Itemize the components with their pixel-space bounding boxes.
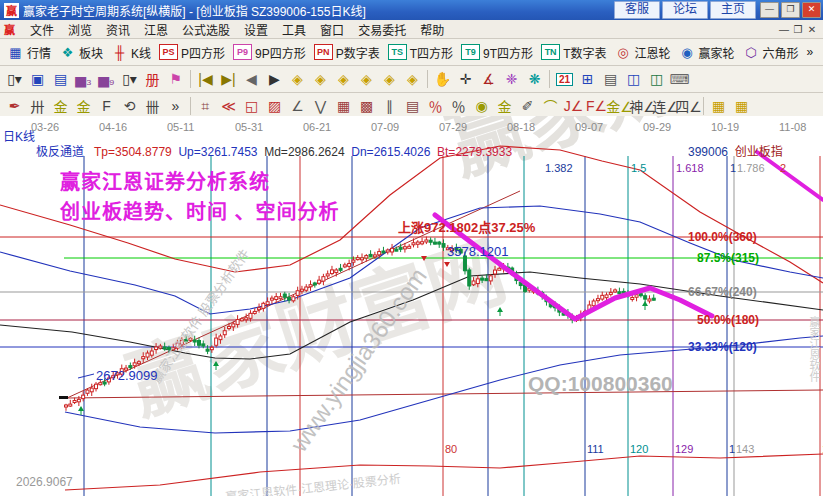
zoom-right-button[interactable]: ◈ xyxy=(309,68,332,90)
gold-angle-button[interactable]: 金∠ xyxy=(608,95,631,117)
t-number-table-button[interactable]: TNT数字表 xyxy=(537,41,610,63)
gold-lines-button[interactable]: 金 xyxy=(493,95,516,117)
menu-item-设置[interactable]: 设置 xyxy=(237,21,275,38)
angle-pick-button[interactable]: ∡ xyxy=(477,68,500,90)
crosshair-tool-button[interactable]: ✛ xyxy=(454,68,477,90)
indicator-name[interactable]: 极反通道 xyxy=(36,145,84,159)
menu-item-资讯[interactable]: 资讯 xyxy=(99,21,137,38)
more-1-button[interactable]: » xyxy=(803,41,818,63)
grid-arrow-button[interactable]: ▩ xyxy=(355,95,378,117)
spiral-grid-button[interactable]: ⟲ xyxy=(118,95,141,117)
grid-gold-2-button[interactable]: ▦ xyxy=(730,95,753,117)
calendar-button[interactable]: 21 xyxy=(553,68,576,90)
customer-service-button[interactable]: 客服 xyxy=(614,1,660,19)
title-bar[interactable]: 赢 赢家老子时空周期系统[纵横版] - [创业板指 SZ399006-155日K… xyxy=(0,0,823,20)
menu-item-文件[interactable]: 文件 xyxy=(23,21,61,38)
menu-item-公式选股[interactable]: 公式选股 xyxy=(175,21,237,38)
kline-chart-area[interactable]: 赢家财富网 赢家财富网 www.yingjia360.com 赢家江恩软件 股票… xyxy=(0,116,823,496)
menu-item-江恩[interactable]: 江恩 xyxy=(137,21,175,38)
square-fan-button[interactable]: ◱ xyxy=(240,95,263,117)
quotes-button[interactable]: ▦行情 xyxy=(3,41,55,63)
menu-item-浏览[interactable]: 浏览 xyxy=(61,21,99,38)
quotes-label: 行情 xyxy=(27,44,51,61)
multi-view-button[interactable]: ▣ xyxy=(26,68,49,90)
bars-3-button[interactable]: ▅₃ xyxy=(72,68,95,90)
pen-tool-button[interactable]: ✒ xyxy=(3,95,26,117)
p-number-table-button[interactable]: PNP数字表 xyxy=(310,41,384,63)
gold-circle-button[interactable]: ◉ xyxy=(470,95,493,117)
lian-angle-button[interactable]: 连∠ xyxy=(654,95,677,117)
grid-gold-1-button[interactable]: ▦ xyxy=(707,95,730,117)
doc-edit-button[interactable]: ▤ xyxy=(599,68,622,90)
j-angle-button[interactable]: J∠ xyxy=(562,95,585,117)
9p-square-button[interactable]: P99P四方形 xyxy=(229,41,310,63)
prev-page-button[interactable]: ◀ xyxy=(240,68,263,90)
more-1-label: » xyxy=(807,45,814,59)
calculator-button[interactable]: ⊞ xyxy=(576,68,599,90)
next-page-button[interactable]: ▶ xyxy=(263,68,286,90)
first-page-button[interactable]: |◀ xyxy=(194,68,217,90)
p-square-button[interactable]: PSP四方形 xyxy=(155,41,229,63)
menu-item-窗口[interactable]: 窗口 xyxy=(313,21,351,38)
region-tool-button[interactable]: ❋ xyxy=(523,68,546,90)
mdi-close-icon[interactable]: ✕ xyxy=(805,24,819,35)
sectors-button[interactable]: ❖板块 xyxy=(55,41,107,63)
shen-angle-button[interactable]: 神∠ xyxy=(631,95,654,117)
gold-grid-b-button[interactable]: 金 xyxy=(72,95,95,117)
bars-9-button[interactable]: ▅₉ xyxy=(95,68,118,90)
tick-grid-button[interactable]: 卌 xyxy=(141,95,164,117)
arc-gold-button[interactable]: ⌒ xyxy=(539,95,562,117)
info-note-button[interactable]: ▤ xyxy=(49,68,72,90)
gann-wheel-button[interactable]: ◎江恩轮 xyxy=(610,41,674,63)
print-button[interactable]: ⌨ xyxy=(668,68,691,90)
gann-fan-button[interactable]: ≪ xyxy=(217,95,240,117)
zoom-h-button[interactable]: ◈ xyxy=(332,68,355,90)
zoom-all-button[interactable]: ◈ xyxy=(378,68,401,90)
mdi-minimize-icon[interactable]: — xyxy=(777,24,791,35)
zoom-move-button[interactable]: ◈ xyxy=(401,68,424,90)
t-square-button[interactable]: TST四方形 xyxy=(384,41,457,63)
kline-style-button[interactable]: ▯▾ xyxy=(3,68,26,90)
last-page-button[interactable]: ▶| xyxy=(217,68,240,90)
percent-slash-button[interactable]: ％ xyxy=(424,95,447,117)
doc-edit-icon: ▤ xyxy=(604,71,617,87)
menu-item-工具[interactable]: 工具 xyxy=(275,21,313,38)
save-button[interactable]: ◫ xyxy=(622,68,645,90)
winner-wheel-button[interactable]: ◉赢家轮 xyxy=(674,41,738,63)
v-lines-button[interactable]: ⋁ xyxy=(309,95,332,117)
menu-item-帮助[interactable]: 帮助 xyxy=(413,21,451,38)
angle-lines-button[interactable]: ∠ xyxy=(286,95,309,117)
radial-square-button[interactable]: ▨ xyxy=(263,95,286,117)
candle-tool-button[interactable]: ▯▾ xyxy=(118,68,141,90)
slant-lines-button[interactable]: ∥ xyxy=(378,95,401,117)
percent-button[interactable]: ％ xyxy=(447,95,470,117)
color-chart-button[interactable]: ⚑ xyxy=(164,68,187,90)
kline-button[interactable]: ╫K线 xyxy=(107,41,155,63)
grid-red-button[interactable]: ▦ xyxy=(332,95,355,117)
gold-grid-a-button[interactable]: 金 xyxy=(49,95,72,117)
hand-tool-button[interactable]: ✋ xyxy=(431,68,454,90)
save-web-button[interactable]: ◫ xyxy=(645,68,668,90)
zoom-center-button[interactable]: ◈ xyxy=(355,68,378,90)
homepage-button[interactable]: 主页 xyxy=(710,1,756,19)
pen-bars-button[interactable]: ✐ xyxy=(516,95,539,117)
f-grid-button[interactable]: F xyxy=(95,95,118,117)
9t-square-button[interactable]: T99T四方形 xyxy=(457,41,537,63)
f-angle-button[interactable]: F∠ xyxy=(585,95,608,117)
minimize-button[interactable]: — xyxy=(760,2,779,18)
grid-arrow-icon: ▩ xyxy=(360,98,373,114)
zoom-left-button[interactable]: ◈ xyxy=(286,68,309,90)
purple-tool-button[interactable]: ❈ xyxy=(500,68,523,90)
restore-button[interactable]: ❐ xyxy=(781,2,800,18)
si-angle-button[interactable]: 四∠ xyxy=(677,95,700,117)
hash-grid-button[interactable]: 卅 xyxy=(26,95,49,117)
close-button[interactable]: ✕ xyxy=(802,2,821,18)
red-lattice-button[interactable]: 册 xyxy=(141,68,164,90)
gann-square-button[interactable]: ⌗ xyxy=(194,95,217,117)
mdi-restore-icon[interactable]: ❐ xyxy=(791,24,805,35)
percent-bars-button[interactable]: ▤ xyxy=(401,95,424,117)
forum-button[interactable]: 论坛 xyxy=(662,1,708,19)
hexagon-button[interactable]: ⬡六角形 xyxy=(739,41,803,63)
more-2-button[interactable]: » xyxy=(164,95,187,117)
menu-item-交易委托[interactable]: 交易委托 xyxy=(351,21,413,38)
